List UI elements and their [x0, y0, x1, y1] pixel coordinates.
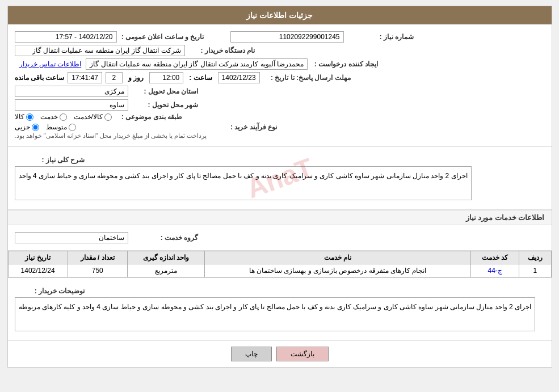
grohe-khadamat-section: گروه خدمت : ساختمان — [8, 225, 552, 251]
row-nam-dastgah: نام دستگاه خریدار : شرکت انتقال گاز ایرا… — [15, 45, 545, 56]
nam-dastgah-label: نام دستگاه خریدار : — [185, 47, 259, 54]
mohlat-days: 2 — [106, 72, 123, 83]
row-ijad-konande: ایجاد کننده درخواست : محمدرضا آلبویه کار… — [15, 58, 545, 70]
mohlat-remaining-time: 17:41:47 — [68, 72, 102, 83]
cell-tarikh: 1402/12/24 — [8, 264, 68, 277]
nove-farayand-content: متوسط جزیی پرداخت تمام یا بخشی از مبلغ خ… — [15, 123, 207, 140]
motasat-label: متوسط — [46, 123, 67, 131]
col-tarikh: تاریخ نیاز — [8, 251, 68, 264]
col-tedad: تعداد / مقدار — [68, 251, 127, 264]
tabebandi-radio-group: کالا/خدمت خدمت کالا — [15, 113, 112, 121]
row-ostan: استان محل تحویل : مرکزی — [15, 86, 545, 97]
radio-kala-khadamat-input[interactable] — [104, 113, 112, 121]
radio-motasat-input[interactable] — [69, 124, 76, 131]
items-table-section: ردیف کد خدمت نام خدمت واحد اندازه گیری ت… — [8, 251, 552, 278]
table-header-row: ردیف کد خدمت نام خدمت واحد اندازه گیری ت… — [8, 251, 551, 264]
tarikhe-elan-label: تاریخ و ساعت اعلان عمومی : — [117, 33, 208, 41]
grohe-khadamat-value: ساختمان — [15, 232, 128, 243]
cell-vahed: مترمربع — [127, 264, 204, 277]
saat-label: ساعت : — [189, 74, 212, 82]
sharh-kolli-label: شرح کلی نیاز : — [15, 154, 89, 164]
mohlat-time: 12:00 — [149, 72, 183, 83]
tabebandi-label: طبقه بندی موضوعی : — [112, 113, 186, 121]
radio-motasat: متوسط — [46, 123, 76, 131]
row-shahr: شهر محل تحویل : ساوه — [15, 99, 545, 111]
grohe-khadamat-label: گروه خدمت : — [128, 234, 202, 242]
shahr-value: ساوه — [15, 99, 128, 111]
khadamat-label: خدمت — [40, 113, 58, 121]
mohlat-date: 1402/12/23 — [218, 72, 260, 83]
col-vahed: واحد اندازه گیری — [127, 251, 204, 264]
table-row: 1 ج-44 انجام کارهای متفرقه درخصوص بازساز… — [8, 264, 551, 277]
button-row: بازگشت چاپ — [8, 341, 552, 367]
tozihat-row: توضیحات خریدار : اجرای 2 واحد منازل سازم… — [15, 285, 545, 334]
rooz-label: روز و — [128, 74, 144, 82]
mohlat-label: مهلت ارسال پاسخ: تا تاریخ : — [263, 74, 354, 82]
row-nove-farayand: نوع فرآیند خرید : متوسط جزیی پرداخت تمام… — [15, 123, 545, 140]
row-shomare-elan: شماره نیاز : 1102092299001245 تاریخ و سا… — [15, 31, 545, 43]
main-container: جزئیات اطلاعات نیاز شماره نیاز : 1102092… — [7, 6, 552, 368]
col-radif: ردیف — [519, 251, 551, 264]
col-name: نام خدمت — [205, 251, 471, 264]
back-button[interactable]: بازگشت — [276, 347, 329, 361]
etelaat-tamas-link[interactable]: اطلاعات تماس خریدار — [19, 60, 82, 68]
row-mohlat: مهلت ارسال پاسخ: تا تاریخ : 1402/12/23 س… — [15, 72, 545, 83]
sharh-kolli-value: اجرای 2 واحد منازل سازمانی شهر ساوه کاشی… — [15, 166, 472, 200]
baqimande-label: ساعت باقی مانده — [15, 74, 65, 82]
radio-khadamat: خدمت — [40, 113, 67, 121]
ijad-konande-value: محمدرضا آلبویه کارمند شرکت انتقال گاز ای… — [86, 58, 308, 70]
nove-farayand-label: نوع فرآیند خرید : — [207, 123, 280, 131]
radio-khadamat-input[interactable] — [60, 113, 67, 121]
shahr-label: شهر محل تحویل : — [128, 101, 202, 109]
radio-kala: کالا — [15, 113, 33, 121]
cell-name: انجام کارهای متفرقه درخصوص بازسازی و بهس… — [205, 264, 471, 277]
khadamat-section-title: اطلاعات خدمات مورد نیاز — [8, 210, 552, 225]
ostan-value: مرکزی — [15, 86, 128, 97]
farayand-radio-group: متوسط جزیی — [15, 123, 76, 131]
ostan-label: استان محل تحویل : — [128, 87, 202, 95]
sharh-kolli-row: شرح کلی نیاز : اجرای 2 واحد منازل سازمان… — [15, 154, 545, 203]
shomare-niaz-label: شماره نیاز : — [344, 33, 418, 41]
items-table: ردیف کد خدمت نام خدمت واحد اندازه گیری ت… — [8, 251, 552, 277]
ijad-konande-label: ایجاد کننده درخواست : — [308, 60, 381, 68]
row-tabebandi: طبقه بندی موضوعی : کالا/خدمت خدمت کالا — [15, 113, 545, 121]
grohe-khadamat-row: گروه خدمت : ساختمان — [15, 232, 545, 243]
tozihat-section: توضیحات خریدار : اجرای 2 واحد منازل سازم… — [8, 278, 552, 341]
page-header: جزئیات اطلاعات نیاز — [8, 6, 552, 24]
nam-dastgah-value: شرکت انتقال گاز ایران منطقه سه عملیات ان… — [15, 45, 185, 56]
kala-khadamat-label: کالا/خدمت — [74, 113, 103, 121]
purchase-description: پرداخت تمام یا بخشی از مبلغ خریدار محل "… — [15, 132, 207, 140]
tozihat-value: اجرای 2 واحد منازل سازمانی شهر ساوه کاشی… — [15, 297, 535, 331]
shomare-niaz-value: 1102092299001245 — [230, 31, 344, 43]
col-kod: کد خدمت — [470, 251, 519, 264]
cell-tedad: 750 — [68, 264, 127, 277]
radio-kala-khadamat: کالا/خدمت — [74, 113, 112, 121]
sharh-kolli-section: شرح کلی نیاز : اجرای 2 واحد منازل سازمان… — [8, 147, 552, 210]
radio-kala-input[interactable] — [26, 113, 33, 121]
cell-radif: 1 — [519, 264, 551, 277]
radio-jozii: جزیی — [15, 123, 39, 131]
kala-label: کالا — [15, 113, 24, 121]
tarikhe-elan-value: 1402/12/20 - 17:57 — [15, 31, 117, 43]
top-info-section: شماره نیاز : 1102092299001245 تاریخ و سا… — [8, 24, 552, 147]
page-title: جزئیات اطلاعات نیاز — [246, 11, 313, 20]
radio-jozii-input[interactable] — [32, 124, 39, 131]
print-button[interactable]: چاپ — [231, 347, 272, 361]
tozihat-label: توضیحات خریدار : — [15, 285, 89, 295]
jozii-label: جزیی — [15, 123, 30, 131]
cell-kod[interactable]: ج-44 — [470, 264, 519, 277]
